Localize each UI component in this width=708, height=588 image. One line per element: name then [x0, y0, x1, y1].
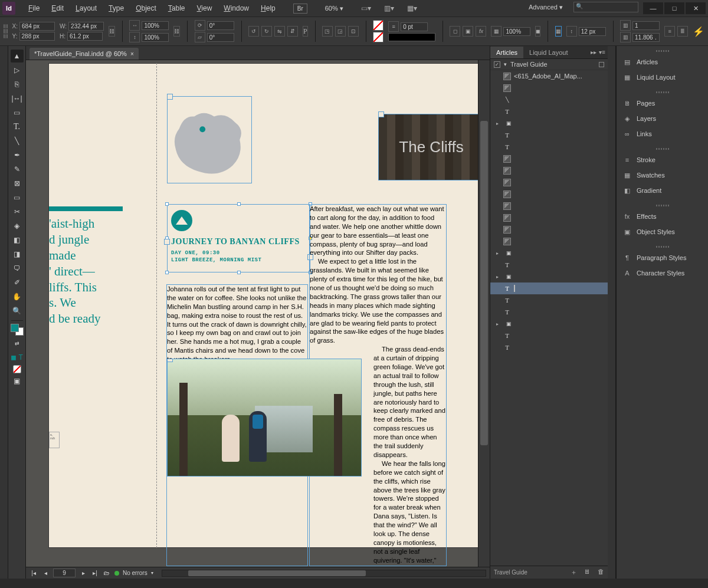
prev-page-button[interactable]: ◂	[41, 569, 50, 577]
article-item[interactable]	[490, 294, 608, 306]
article-item[interactable]	[490, 153, 608, 165]
panel-swatches[interactable]: ▦Swatches	[617, 167, 708, 183]
article-item[interactable]	[490, 141, 608, 153]
thread-in-port[interactable]	[378, 111, 384, 117]
shear-input[interactable]	[207, 33, 234, 42]
preflight-status-text[interactable]: No errors	[123, 570, 148, 576]
screen-mode-icon[interactable]: ▭▾	[361, 4, 371, 12]
article-item[interactable]	[490, 259, 608, 271]
panel-menu-icon[interactable]: ▾≡	[599, 49, 605, 55]
h-input[interactable]	[67, 32, 103, 41]
fill-stroke-proxy[interactable]	[11, 324, 24, 336]
article-item[interactable]: ▸▣	[490, 247, 608, 259]
menu-layout[interactable]: Layout	[70, 1, 103, 16]
panel-liquid-layout[interactable]: ▦Liquid Layout	[617, 70, 708, 85]
next-page-button[interactable]: ▸	[79, 569, 87, 577]
rectangle-tool[interactable]: ▭	[11, 191, 24, 204]
menu-type[interactable]: Type	[103, 1, 130, 16]
quick-apply-icon[interactable]: ⚡	[693, 26, 704, 37]
map-frame[interactable]	[167, 96, 252, 183]
arrange-icon[interactable]: ▥▾	[384, 4, 394, 12]
panel-stroke[interactable]: ≡Stroke	[617, 152, 708, 167]
view-icon[interactable]: ▦▾	[407, 4, 417, 12]
direct-selection-tool[interactable]: ▷	[11, 64, 24, 77]
selected-title-frame[interactable]: JOURNEY TO BANYAN CLIFFS DAY ONE, 09:30 …	[167, 204, 310, 272]
article-item[interactable]	[490, 330, 608, 341]
delete-article-icon[interactable]: 🗑	[598, 568, 604, 577]
article-item[interactable]	[490, 176, 608, 188]
hero-image-frame[interactable]	[167, 359, 362, 477]
x-input[interactable]	[19, 22, 55, 31]
panel-links[interactable]: ∞Links	[617, 126, 708, 142]
article-item[interactable]: <615_Adobe_AI_Map...	[490, 70, 608, 82]
article-item[interactable]	[490, 306, 608, 318]
maximize-button[interactable]: □	[664, 2, 684, 14]
pencil-tool[interactable]: ✎	[11, 163, 24, 176]
scalex-input[interactable]	[142, 21, 169, 30]
article-item[interactable]	[490, 224, 608, 235]
scaley-input[interactable]	[142, 33, 169, 42]
panel-gradient[interactable]: ◧Gradient	[617, 183, 708, 198]
reference-point-grid[interactable]	[4, 24, 8, 38]
first-page-button[interactable]: |◂	[30, 569, 38, 577]
menu-window[interactable]: Window	[218, 1, 255, 16]
note-tool[interactable]: 🗨	[11, 262, 24, 275]
rotate-ccw-icon[interactable]: ↺	[248, 26, 259, 37]
opacity-input[interactable]	[503, 27, 530, 36]
cols-input[interactable]	[632, 21, 660, 30]
thread-in-port[interactable]	[167, 359, 173, 362]
article-item[interactable]: ▸▣	[490, 117, 608, 129]
menu-table[interactable]: Table	[162, 1, 191, 16]
eyedropper-tool[interactable]: ✐	[11, 276, 24, 289]
frame-grid-icon[interactable]: ▦	[555, 26, 562, 37]
constrain-scale-icon[interactable]: ⛓	[173, 26, 180, 37]
flip-v-icon[interactable]: ⇵	[287, 26, 298, 37]
menu-help[interactable]: Help	[255, 1, 281, 16]
menu-edit[interactable]: Edit	[45, 1, 70, 16]
rotate-cw-icon[interactable]: ↻	[261, 26, 272, 37]
ref-p-icon[interactable]: P	[303, 26, 308, 37]
open-icon[interactable]: 🗁	[103, 569, 111, 577]
add-article-icon[interactable]: ＋	[571, 568, 577, 577]
stroke-none-icon[interactable]	[373, 32, 384, 42]
formatting-container-icon[interactable]: ◼ T	[11, 351, 24, 364]
disclosure-icon[interactable]: ▾	[504, 61, 507, 67]
rectangle-frame-tool[interactable]: ⊠	[11, 177, 24, 190]
w-input[interactable]	[68, 22, 104, 31]
effects-fx-icon[interactable]: fx	[476, 26, 486, 37]
article-item[interactable]: ▸▣	[490, 271, 608, 282]
articles-list[interactable]: <615_Adobe_AI_Map...╲▸▣▸▣▸▣▸▣	[490, 70, 608, 566]
collapse-panel-icon[interactable]: ▸▸	[591, 49, 596, 55]
line-tool[interactable]: ╲	[11, 134, 24, 147]
selection-tool[interactable]: ▲	[11, 50, 24, 63]
drop-shadow-icon[interactable]: ◼	[535, 26, 540, 37]
article-item[interactable]	[490, 235, 608, 247]
page-spread[interactable]: 'aist-highd junglemade' direct—liffs. Th…	[48, 63, 478, 548]
gutter-input[interactable]	[632, 33, 660, 42]
close-button[interactable]: ✕	[686, 2, 706, 14]
menu-object[interactable]: Object	[130, 1, 162, 16]
panel-effects[interactable]: fxEffects	[617, 209, 708, 224]
select-content-icon[interactable]: ◲	[335, 26, 346, 37]
apply-none-icon[interactable]	[13, 365, 21, 373]
search-input[interactable]	[573, 2, 638, 12]
article-item[interactable]	[490, 106, 608, 117]
article-item[interactable]	[490, 341, 608, 353]
view-options[interactable]: ▭▾ ▥▾ ▦▾	[361, 4, 417, 12]
swap-fill-stroke-icon[interactable]: ⇄	[11, 337, 24, 350]
article-options-icon[interactable]	[599, 62, 604, 67]
y-input[interactable]	[19, 32, 55, 41]
stroke-weight-input[interactable]	[401, 22, 428, 31]
hand-tool[interactable]: ✋	[11, 290, 24, 303]
pasteboard[interactable]: 'aist-highd junglemade' direct—liffs. Th…	[26, 60, 478, 567]
article-header[interactable]: ✓ ▾ Travel Guide	[490, 59, 608, 70]
pen-tool[interactable]: ✒	[11, 149, 24, 162]
article-item[interactable]	[490, 212, 608, 224]
menu-view[interactable]: View	[191, 1, 218, 16]
bridge-button[interactable]: Br	[293, 4, 307, 14]
horizontal-scrollbar[interactable]	[162, 570, 486, 577]
content-collector-tool[interactable]: ▭	[11, 106, 24, 119]
gridw-input[interactable]	[579, 27, 606, 36]
new-article-icon[interactable]: 🗏	[584, 568, 591, 577]
zoom-tool[interactable]: 🔍	[11, 304, 24, 317]
